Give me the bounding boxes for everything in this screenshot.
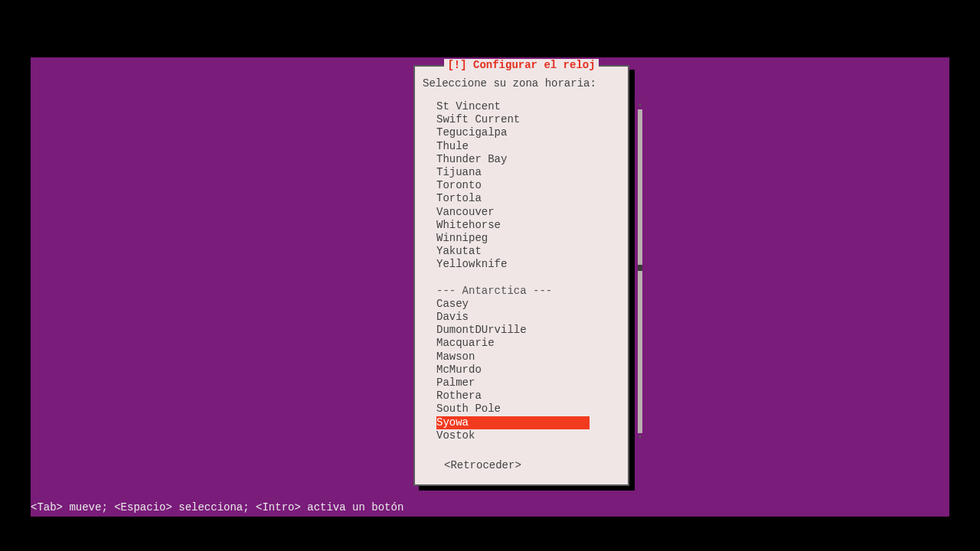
list-item[interactable]: DumontDUrville <box>436 324 590 337</box>
list-item[interactable]: Mawson <box>436 350 590 364</box>
dialog-prompt: Seleccione su zona horaria: <box>423 77 620 90</box>
list-item[interactable]: Palmer <box>436 377 590 390</box>
list-item[interactable]: Tortola <box>436 192 590 205</box>
list-item[interactable]: South Pole <box>436 403 590 416</box>
list-item[interactable]: Thunder Bay <box>436 153 590 166</box>
list-item[interactable]: Syowa <box>436 416 590 429</box>
list-item[interactable]: Yellowknife <box>436 258 590 271</box>
scrollbar[interactable]: ▴ ▾ <box>637 100 643 442</box>
list-item[interactable]: Thule <box>436 140 590 153</box>
list-item[interactable]: Vancouver <box>436 206 590 219</box>
list-item[interactable]: Macquarie <box>436 337 590 350</box>
list-section-header: --- Antarctica --- <box>436 285 590 298</box>
scrollbar-thumb[interactable] <box>638 265 642 271</box>
list-item[interactable]: Casey <box>436 298 590 311</box>
list-item[interactable]: Tegucigalpa <box>436 126 590 139</box>
list-item[interactable]: Swift Current <box>436 113 590 126</box>
timezone-list[interactable]: St VincentSwift CurrentTegucigalpaThuleT… <box>436 100 590 442</box>
help-bar: <Tab> mueve; <Espacio> selecciona; <Intr… <box>31 500 949 515</box>
dialog-title: [!] Configurar el reloj <box>444 59 598 71</box>
list-item[interactable]: St Vincent <box>436 100 590 113</box>
list-item[interactable]: Vostok <box>436 429 590 442</box>
scroll-down-icon[interactable]: ▾ <box>637 433 643 442</box>
list-item[interactable]: Toronto <box>436 179 590 192</box>
list-item[interactable]: Yakutat <box>436 245 590 258</box>
list-item[interactable]: Whitehorse <box>436 219 590 232</box>
list-item[interactable]: Rothera <box>436 390 590 403</box>
scroll-up-icon[interactable]: ▴ <box>637 100 643 109</box>
timezone-dialog: [!] Configurar el reloj Seleccione su zo… <box>413 65 629 486</box>
back-button[interactable]: <Retroceder> <box>444 459 521 471</box>
installer-background: [!] Configurar el reloj Seleccione su zo… <box>31 57 949 517</box>
list-spacer <box>436 271 590 284</box>
list-item[interactable]: McMurdo <box>436 364 590 377</box>
scrollbar-track[interactable] <box>638 109 642 433</box>
list-item[interactable]: Winnipeg <box>436 232 590 245</box>
list-item[interactable]: Tijuana <box>436 166 590 179</box>
list-item[interactable]: Davis <box>436 311 590 324</box>
